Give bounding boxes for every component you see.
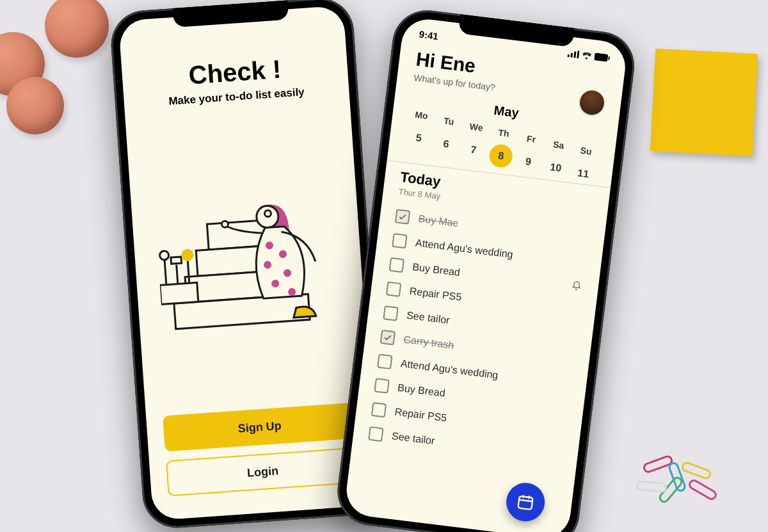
day-abbrev: Mo [415,109,429,121]
svg-rect-22 [577,50,579,58]
task-list: Buy MacAttend Agu's weddingBuy BreadRepa… [344,195,606,532]
day-column[interactable]: We7 [459,120,490,163]
task-label: See tailor [391,430,435,447]
task-label: Buy Mac [418,213,459,229]
task-label: Carry trash [403,334,455,351]
task-checkbox[interactable] [392,233,408,249]
battery-icon [594,52,610,62]
day-number: 8 [488,143,514,169]
day-number: 9 [516,149,541,175]
day-column[interactable]: Mo5 [404,108,435,151]
day-number: 10 [543,155,568,181]
wifi-icon [581,51,592,60]
svg-rect-19 [567,54,569,57]
svg-line-7 [177,264,178,284]
day-number: 7 [461,137,486,163]
svg-rect-21 [573,51,576,58]
task-checkbox[interactable] [380,330,396,346]
svg-point-18 [221,220,228,227]
day-column[interactable]: Sa10 [541,138,572,181]
signup-button[interactable]: Sign Up [163,403,356,452]
signal-icon [567,49,579,58]
paperclip-pile-prop [634,436,742,513]
day-number: 6 [433,131,459,157]
day-abbrev: Fr [526,133,536,145]
welcome-illustration [143,116,353,403]
day-abbrev: Sa [552,139,564,150]
svg-rect-24 [608,56,610,60]
login-button[interactable]: Login [166,447,360,497]
sticky-note-prop [650,49,758,156]
svg-rect-20 [570,52,573,57]
task-checkbox[interactable] [386,281,402,297]
task-label: Buy Bread [412,261,460,278]
day-column[interactable]: Su11 [568,144,600,187]
svg-line-28 [529,496,529,499]
day-number: 11 [570,161,596,186]
task-label: Repair PS5 [409,286,462,303]
task-label: Buy Bread [397,382,445,399]
task-checkbox[interactable] [395,209,411,225]
calendar-icon [516,492,536,512]
svg-point-6 [159,250,169,260]
phone-home: 9:41 Hi Ene What's up for today? May Mo5… [333,6,638,532]
task-checkbox[interactable] [368,426,384,442]
day-abbrev: We [469,121,484,133]
day-column[interactable]: Fr9 [514,133,545,175]
day-column[interactable]: Th8 [486,126,518,169]
svg-rect-0 [207,220,266,249]
svg-rect-23 [594,52,608,61]
home-screen: 9:41 Hi Ene What's up for today? May Mo5… [344,17,628,532]
bell-icon[interactable] [570,280,582,294]
svg-rect-25 [518,496,532,510]
svg-line-5 [164,259,166,284]
task-checkbox[interactable] [383,305,399,321]
svg-rect-4 [160,282,198,304]
svg-line-26 [519,500,532,502]
task-checkbox[interactable] [371,402,387,418]
task-label: Repair PS5 [394,406,447,424]
day-abbrev: Su [580,145,593,157]
day-column[interactable]: Tu6 [431,115,463,157]
day-abbrev: Th [498,127,510,139]
welcome-screen: Check ! Make your to-do list easily [118,5,378,520]
macaron-prop [6,77,64,134]
task-checkbox[interactable] [389,257,405,273]
svg-point-9 [182,249,193,260]
task-checkbox[interactable] [374,378,390,394]
day-number: 5 [406,125,431,151]
task-label: See tailor [406,310,450,326]
task-checkbox[interactable] [377,354,393,370]
day-abbrev: Tu [443,115,454,127]
macaron-prop [45,0,109,58]
svg-line-27 [523,495,524,498]
